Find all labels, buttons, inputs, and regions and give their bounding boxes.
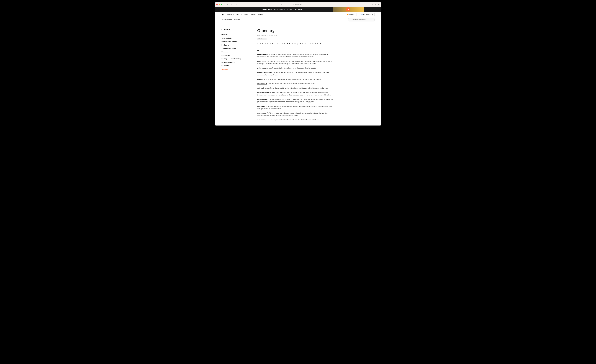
glossary-entry: Asymmetric ⌒: A type of vector point. Ha…	[257, 112, 334, 117]
glossary-entry: Animate: A prototyping option that lets …	[257, 78, 334, 81]
svg-line-11	[351, 20, 351, 20]
chevron-down-icon	[233, 14, 234, 15]
sidebar-item-shortcuts[interactable]: Shortcuts	[222, 64, 245, 67]
workspace-button[interactable]: My Workspace	[360, 13, 374, 16]
banner-learn-more-link[interactable]: Learn more	[294, 8, 302, 10]
address-bar[interactable]: sketch.com	[281, 4, 315, 5]
window-controls	[216, 4, 223, 5]
main-content: Glossary Last updated on 25 Oct 2022 29 …	[257, 28, 334, 123]
alpha-link-G[interactable]: G	[272, 43, 273, 45]
alpha-link-I[interactable]: I	[277, 43, 278, 45]
play-button[interactable]	[346, 7, 350, 11]
breadcrumb-root[interactable]: Documentation	[222, 19, 232, 21]
svg-point-10	[350, 19, 351, 20]
titlebar: sketch.com	[215, 2, 381, 7]
alpha-link-Y[interactable]: Y	[317, 43, 318, 45]
search-icon	[350, 19, 351, 21]
sub-nav: Documentation › Glossary	[215, 17, 381, 22]
glossary-entry: Adjust content on resize: An option foun…	[257, 53, 334, 58]
keyboard-key: A	[308, 101, 311, 103]
alpha-link-S[interactable]: S	[302, 43, 303, 45]
sidebar-toggle-icon[interactable]	[224, 3, 227, 6]
nav-item-learn[interactable]: Learn	[237, 14, 241, 15]
chevron-down-icon	[241, 14, 242, 15]
page-title: Glossary	[257, 28, 334, 33]
minimize-button[interactable]	[219, 4, 220, 5]
alpha-link-U[interactable]: U	[307, 43, 308, 45]
alpha-link-R[interactable]: R	[299, 43, 301, 45]
alpha-link-V[interactable]: V	[309, 43, 311, 45]
glossary-entry: Assistants ⌂: Third-party extensions tha…	[257, 105, 334, 110]
main-nav: ProductLearnAppsPricingHelp Download My …	[215, 12, 381, 17]
sidebar-item-developer-handoff[interactable]: Developer handoff	[222, 60, 245, 64]
alpha-link-T[interactable]: T	[305, 43, 305, 45]
sidebar-item-getting-started[interactable]: Getting started	[222, 36, 245, 40]
alpha-link-D[interactable]: D	[265, 43, 266, 45]
sidebar-item-glossary[interactable]: Glossary	[222, 67, 245, 71]
nav-item-product[interactable]: Product	[227, 14, 234, 15]
nav-item-help[interactable]: Help	[258, 14, 263, 15]
sketch-logo[interactable]	[222, 13, 224, 16]
browser-window: sketch.com Sketch 100 — Everything new i…	[215, 2, 381, 126]
alpha-link-J[interactable]: J	[279, 43, 280, 45]
alpha-link-C[interactable]: C	[262, 43, 263, 45]
sidebar: Contents OverviewGetting startedInterfac…	[222, 28, 245, 123]
alpha-link-N[interactable]: N	[289, 43, 290, 45]
breadcrumb-separator: ›	[233, 19, 233, 21]
alpha-link-M[interactable]: M	[287, 43, 288, 45]
alpha-link-E[interactable]: E	[268, 43, 268, 45]
svg-rect-0	[224, 4, 226, 5]
glossary-entry: Arrow tool ↗: A tool that allows you to …	[257, 82, 334, 85]
alpha-link-B[interactable]: B	[260, 43, 261, 45]
new-tab-icon[interactable]	[375, 4, 376, 5]
section-heading: A	[257, 49, 334, 52]
breadcrumb-current: Glossary	[234, 19, 240, 21]
sidebar-item-interface-and-settings[interactable]: Interface and settings	[222, 40, 245, 43]
alpha-link-O[interactable]: O	[292, 43, 293, 45]
reload-icon[interactable]	[314, 4, 315, 5]
alpha-link-Q: Q	[297, 43, 298, 45]
alpha-link-X[interactable]: X	[315, 43, 316, 45]
alpha-link-K[interactable]: K	[282, 43, 283, 45]
alpha-link-Z[interactable]: Z	[320, 43, 321, 45]
lock-icon	[293, 4, 294, 5]
glossary-entry: Angular Gradient ◐: A type of fill made …	[257, 71, 334, 76]
alphabet-nav: ABCDEFGHIJKLMNOPQRSTUVWXYZ	[257, 43, 334, 45]
alpha-link-W[interactable]: W	[312, 43, 313, 45]
alpha-link-F[interactable]: F	[270, 43, 271, 45]
glossary-entry: Artboard Template: An Artboard that acts…	[257, 91, 334, 96]
glossary-entry: Artboard: A type of layer that is used t…	[257, 87, 334, 89]
tabs-icon[interactable]	[378, 4, 380, 5]
share-icon[interactable]	[372, 4, 373, 5]
sidebar-item-prototyping[interactable]: Prototyping	[222, 54, 245, 57]
maximize-button[interactable]	[221, 4, 223, 5]
alpha-link-H[interactable]: H	[275, 43, 276, 45]
alpha-link-A[interactable]: A	[257, 43, 258, 45]
chevron-down-icon[interactable]	[227, 4, 228, 5]
read-time-badge: 29 min read	[257, 38, 267, 40]
close-button[interactable]	[216, 4, 218, 5]
glossary-entry: Artboard tool ▢: A tool that allows you …	[257, 98, 334, 103]
sidebar-item-symbols-and-styles[interactable]: Symbols and Styles	[222, 47, 245, 50]
sidebar-item-overview[interactable]: Overview	[222, 33, 245, 36]
banner-artwork	[333, 7, 364, 12]
sidebar-item-sharing-and-collaborating[interactable]: Sharing and collaborating	[222, 57, 245, 60]
nav-item-apps[interactable]: Apps	[244, 14, 248, 15]
alpha-link-L[interactable]: L	[284, 43, 285, 45]
glossary-entry: auto (width) ⟷: A setting applied to a t…	[257, 119, 334, 121]
alpha-link-P[interactable]: P	[294, 43, 296, 45]
chevron-down-icon	[262, 14, 263, 15]
content-area: Contents OverviewGetting startedInterfac…	[215, 22, 381, 126]
glossary-entry: Align tool: A tool found at the top of t…	[257, 60, 334, 65]
back-button[interactable]	[230, 3, 233, 6]
nav-item-pricing[interactable]: Pricing	[251, 14, 256, 15]
sidebar-item-designing[interactable]: Designing	[222, 43, 245, 47]
promo-banner: Sketch 100 — Everything new in 3 minutes…	[215, 7, 381, 12]
sidebar-item-libraries[interactable]: Libraries	[222, 50, 245, 54]
svg-rect-6	[293, 4, 294, 5]
search-box[interactable]	[348, 18, 374, 22]
forward-button[interactable]	[235, 3, 238, 6]
search-input[interactable]	[352, 19, 373, 21]
download-button[interactable]: Download	[345, 13, 357, 16]
svg-rect-9	[379, 4, 380, 5]
